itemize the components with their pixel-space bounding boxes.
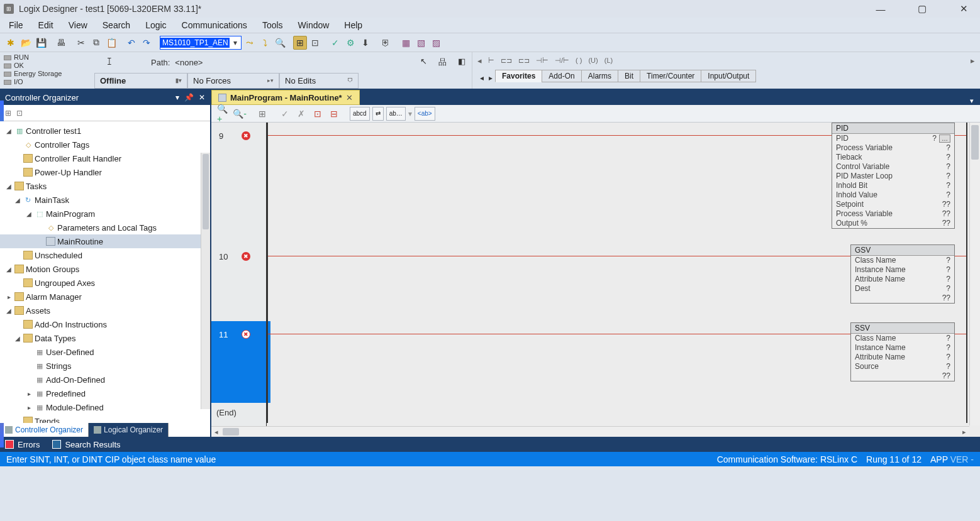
test-edits-icon[interactable]: ⊡	[311, 107, 325, 121]
inst-xic-icon[interactable]: ⊣⊢	[536, 57, 548, 65]
menu-edit[interactable]: Edit	[38, 20, 53, 30]
tabs-right[interactable]: ▸	[486, 74, 495, 82]
search-results-tab[interactable]: Search Results	[52, 440, 120, 449]
inst-ote-icon[interactable]: ( )	[576, 57, 582, 64]
go-online-icon[interactable]: ⤳	[243, 36, 257, 50]
mode-edits[interactable]: No Edits⛉	[279, 73, 359, 89]
inst-otl-icon[interactable]: (L)	[604, 57, 613, 64]
paste-icon[interactable]: 📋	[104, 36, 118, 50]
tree-ungrouped[interactable]: Ungrouped Axes	[35, 278, 95, 288]
inst-branch-icon[interactable]: ⊏⊐	[501, 57, 512, 65]
ssv-instruction[interactable]: SSV Class Name? Instance Name? Attribute…	[850, 322, 955, 381]
edit-rung-icon[interactable]: ⊞	[255, 107, 269, 121]
tab-timer[interactable]: Timer/Counter	[640, 70, 701, 82]
chevron-down-icon[interactable]: ▾	[230, 38, 241, 47]
close-panel-icon[interactable]: ✕	[199, 93, 205, 102]
tree-tasks[interactable]: Tasks	[26, 182, 47, 191]
dropdown-icon[interactable]: ▾	[175, 93, 179, 102]
tree-trends[interactable]: Trends	[35, 417, 60, 424]
tree-scrollbar[interactable]	[201, 153, 210, 409]
tab-io[interactable]: Input/Output	[701, 70, 756, 82]
errors-tab[interactable]: Errors	[5, 440, 40, 449]
org-tool1-icon[interactable]: ⊞	[5, 109, 11, 118]
hierarchy-icon[interactable]: ⊡	[308, 36, 322, 50]
editor-hscroll[interactable]: ◂ ▸	[211, 426, 969, 437]
tree-strings[interactable]: Strings	[46, 361, 71, 371]
abcd-button[interactable]: abcd	[350, 107, 370, 121]
save-icon[interactable]: 💾	[34, 36, 48, 50]
tree-datatypes[interactable]: Data Types	[35, 334, 76, 343]
browse-icon[interactable]: ◧	[458, 57, 465, 68]
tree-addon-inst[interactable]: Add-On Instructions	[35, 320, 107, 329]
tab-bit[interactable]: Bit	[618, 70, 640, 82]
pointer-icon[interactable]: ↖	[420, 57, 427, 68]
menu-tools[interactable]: Tools	[262, 20, 283, 30]
zoom-in-icon[interactable]: 🔍+	[216, 107, 230, 121]
print-icon[interactable]: 🖶	[54, 36, 68, 50]
menu-help[interactable]: Help	[344, 20, 362, 30]
controller-prop-icon[interactable]: ⛨	[379, 36, 393, 50]
tab-close-icon[interactable]: ✕	[346, 93, 353, 102]
inst-nav-left[interactable]: ◂	[477, 56, 482, 65]
module3-icon[interactable]: ▨	[429, 36, 443, 50]
network-icon[interactable]: 品	[438, 57, 447, 68]
tree-unscheduled[interactable]: Unscheduled	[35, 251, 82, 260]
ellipsis-button[interactable]: …	[939, 134, 950, 143]
tab-logical-organizer[interactable]: Logical Organizer	[89, 423, 169, 437]
menu-file[interactable]: File	[9, 20, 23, 30]
tree-predef[interactable]: Predefined	[46, 389, 86, 398]
tree-ctl-tags[interactable]: Controller Tags	[35, 140, 89, 150]
tree-motion[interactable]: Motion Groups	[26, 265, 79, 274]
pin-icon[interactable]: 📌	[184, 93, 194, 102]
ab-button[interactable]: ab…	[386, 107, 406, 121]
xref-button[interactable]: <ab>	[415, 107, 435, 121]
accept-edits-icon[interactable]: ✓	[278, 107, 292, 121]
inst-nav-right[interactable]: ▸	[971, 56, 975, 65]
copy-icon[interactable]: ⧉	[89, 36, 103, 50]
redo-icon[interactable]: ↷	[140, 36, 153, 50]
select-path-icon[interactable]: ⤵	[258, 36, 272, 50]
tree-maintask[interactable]: MainTask	[35, 195, 69, 205]
mode-offline[interactable]: Offline▮▾	[94, 73, 187, 89]
mode-forces[interactable]: No Forces▸▾	[187, 73, 279, 89]
ladder-canvas[interactable]: PID PID?… Process Variable? Tieback? Con…	[267, 123, 980, 437]
tabs-left[interactable]: ◂	[477, 74, 486, 82]
zoom-out-icon[interactable]: 🔍-	[233, 107, 247, 121]
pid-instruction[interactable]: PID PID?… Process Variable? Tieback? Con…	[832, 123, 955, 229]
editor-tab-mainroutine[interactable]: MainProgram - MainRoutine* ✕	[211, 90, 360, 105]
tree-power-up[interactable]: Power-Up Handler	[35, 168, 102, 177]
path-combo[interactable]: ▾	[160, 36, 242, 50]
tab-alarms[interactable]: Alarms	[581, 70, 618, 82]
module2-icon[interactable]: ▧	[414, 36, 428, 50]
path-combo-input[interactable]	[160, 38, 230, 48]
menu-logic[interactable]: Logic	[145, 20, 166, 30]
toggle-desc-icon[interactable]: ⇄	[372, 107, 384, 121]
tree-addon-def[interactable]: Add-On-Defined	[46, 375, 105, 385]
tree-mainroutine[interactable]: MainRoutine	[57, 237, 103, 246]
maximize-button[interactable]: ▢	[910, 1, 935, 16]
hscroll-right-icon[interactable]: ▸	[959, 428, 969, 436]
minimize-button[interactable]: —	[868, 1, 893, 16]
open-icon[interactable]: 📂	[19, 36, 33, 50]
tree-fault-handler[interactable]: Controller Fault Handler	[35, 154, 121, 163]
tree-mainprogram[interactable]: MainProgram	[46, 209, 95, 219]
new-icon[interactable]: ✱	[4, 36, 18, 50]
editor-tab-dropdown-icon[interactable]: ▾	[964, 97, 980, 105]
gsv-instruction[interactable]: GSV Class Name? Instance Name? Attribute…	[850, 244, 955, 304]
rung-end[interactable]: (End)	[211, 403, 266, 423]
inst-branch2-icon[interactable]: ⊏⊐	[518, 57, 530, 65]
cut-icon[interactable]: ✂	[74, 36, 88, 50]
inst-xio-icon[interactable]: ⊣/⊢	[555, 57, 569, 65]
menu-window[interactable]: Window	[298, 20, 330, 30]
menu-communications[interactable]: Communications	[182, 20, 247, 30]
close-button[interactable]: ✕	[951, 1, 976, 16]
tree-params[interactable]: Parameters and Local Tags	[57, 223, 157, 233]
rung-9[interactable]: 9✖	[211, 123, 266, 243]
rung-10[interactable]: 10✖	[211, 243, 266, 321]
rung-11[interactable]: 11✖	[211, 321, 266, 403]
tree-controller[interactable]: Controller test1	[26, 126, 81, 136]
tree-userdef[interactable]: User-Defined	[46, 348, 94, 357]
menu-search[interactable]: Search	[103, 20, 130, 30]
tree-assets[interactable]: Assets	[26, 306, 50, 315]
who-active-icon[interactable]: 🔍	[273, 36, 287, 50]
